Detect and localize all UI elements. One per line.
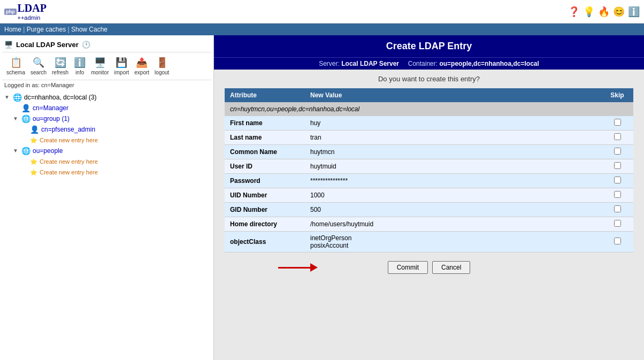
purge-caches-link[interactable]: Purge caches — [27, 26, 66, 33]
tool-import[interactable]: 💾 import — [112, 56, 132, 76]
tool-export-label: export — [134, 70, 149, 75]
skip-cell — [601, 159, 633, 174]
php-badge: php — [4, 9, 17, 15]
skip-cell — [601, 174, 633, 188]
col-attribute: Attribute — [225, 88, 305, 102]
col-skip: Skip — [601, 88, 633, 102]
smile-icon[interactable]: 😊 — [613, 6, 625, 18]
attr-cell: User ID — [225, 159, 305, 174]
skip-checkbox[interactable] — [614, 133, 621, 140]
info-top-icon[interactable]: ℹ️ — [628, 6, 640, 18]
tree-row-create-people2[interactable]: ⭐ Create new entry here — [21, 167, 209, 178]
top-icons: ❓ 💡 🔥 😊 ℹ️ — [568, 6, 640, 18]
show-cache-link[interactable]: Show Cache — [71, 26, 108, 33]
tree-node-people: ▼ 🌐 ou=people ⭐ Create new entry here — [13, 145, 209, 178]
admin-text: ++admin — [18, 14, 47, 21]
skip-cell — [601, 203, 633, 217]
tree-row-group[interactable]: ▼ 🌐 ou=group (1) — [13, 113, 209, 124]
ldap-text: LDAP — [18, 2, 47, 14]
value-cell: *************** — [305, 174, 601, 188]
create-group-label: Create new entry here — [40, 135, 98, 145]
tree-node-manager: 👤 cn=Manager — [13, 103, 209, 113]
skip-checkbox[interactable] — [614, 205, 621, 212]
tree-label-pfsense: cn=pfsense_admin — [41, 124, 95, 135]
question-text: Do you want to create this entry? — [214, 70, 644, 88]
tool-refresh[interactable]: 🔄 refresh — [50, 56, 71, 76]
tree-root: ▼ 🌐 dc=nhanhoa, dc=local (3) 👤 cn=Manage… — [4, 92, 209, 178]
logo: php LDAP ++admin — [4, 2, 47, 21]
tree-link-group[interactable]: ou=group (1) — [33, 115, 70, 122]
container-label-text: Container: — [408, 60, 438, 67]
page-title: Create LDAP Entry — [214, 35, 644, 57]
tool-refresh-label: refresh — [52, 70, 68, 75]
tool-schema[interactable]: 📋 schema — [4, 56, 27, 76]
skip-checkbox[interactable] — [614, 238, 621, 244]
star-icon-people1: ⭐ — [30, 156, 37, 167]
server-name-value: Local LDAP Server — [341, 60, 399, 67]
top-bar: php LDAP ++admin ❓ 💡 🔥 😊 ℹ️ — [0, 0, 644, 24]
skip-checkbox[interactable] — [614, 220, 621, 227]
attr-cell: Common Name — [225, 145, 305, 159]
tree-icon-manager: 👤 — [21, 103, 30, 113]
tree-icon-root: 🌐 — [13, 92, 22, 103]
skip-checkbox[interactable] — [614, 148, 621, 155]
clock-icon: 🕐 — [82, 41, 90, 49]
home-link[interactable]: Home — [4, 26, 21, 33]
tree-link-manager[interactable]: cn=Manager — [33, 104, 68, 112]
attr-cell: First name — [225, 116, 305, 131]
table-row: Common Namehuytmcn — [225, 145, 633, 159]
tool-search[interactable]: 🔍 search — [28, 56, 49, 76]
skip-checkbox[interactable] — [614, 162, 621, 169]
tree-row-pfsense[interactable]: 👤 cn=pfsense_admin — [21, 124, 209, 135]
main-layout: 🖥️ Local LDAP Server 🕐 📋 schema 🔍 search… — [0, 35, 644, 360]
tree-row-people[interactable]: ▼ 🌐 ou=people — [13, 145, 209, 156]
table-row: Password*************** — [225, 174, 633, 188]
tree-link-pfsense[interactable]: cn=pfsense_admin — [41, 126, 95, 133]
tool-export[interactable]: 📤 export — [132, 56, 151, 76]
value-cell: tran — [305, 131, 601, 145]
cancel-button[interactable]: Cancel — [432, 261, 470, 274]
tool-info[interactable]: ℹ️ info — [72, 56, 88, 76]
attr-cell: Password — [225, 174, 305, 188]
value-cell: 500 — [305, 203, 601, 217]
value-cell: huytmuid — [305, 159, 601, 174]
help-icon[interactable]: ❓ — [568, 6, 580, 18]
tree-row-create-people1[interactable]: ⭐ Create new entry here — [21, 156, 209, 167]
server-label-text: Server: — [319, 60, 340, 67]
entry-table-wrapper: Attribute New Value Skip cn=huytmcn,ou=p… — [214, 88, 644, 252]
tree-node-create-people1: ⭐ Create new entry here — [21, 156, 209, 167]
table-row: User IDhuytmuid — [225, 159, 633, 174]
tree-icon-pfsense: 👤 — [30, 124, 39, 135]
tree-row-create-group[interactable]: ⭐ Create new entry here — [21, 135, 209, 145]
bulb-icon[interactable]: 💡 — [583, 6, 595, 18]
commit-button[interactable]: Commit — [388, 261, 428, 274]
import-icon: 💾 — [116, 57, 127, 68]
tree-icon-people: 🌐 — [21, 145, 30, 156]
table-row: GID Number500 — [225, 203, 633, 217]
entry-table: Attribute New Value Skip cn=huytmcn,ou=p… — [225, 88, 633, 252]
tool-monitor[interactable]: 🖥️ monitor — [89, 56, 111, 76]
nav-bar: Home | Purge caches | Show Cache — [0, 24, 644, 35]
tree-node-pfsense: 👤 cn=pfsense_admin — [21, 124, 209, 135]
sidebar-tools: 📋 schema 🔍 search 🔄 refresh ℹ️ info 🖥️ m… — [2, 52, 211, 80]
logged-in-label: Logged in as: cn=Manager — [2, 80, 211, 90]
attr-cell: objectClass — [225, 232, 305, 252]
table-row: Last nametran — [225, 131, 633, 145]
skip-checkbox[interactable] — [614, 177, 621, 183]
skip-checkbox[interactable] — [614, 119, 621, 126]
tree-link-people[interactable]: ou=people — [33, 147, 63, 155]
page-subheader: Server: Local LDAP Server Container: ou=… — [214, 57, 644, 70]
tool-logout[interactable]: 🚪 logout — [152, 56, 171, 76]
tree-label-group: ou=group (1) — [33, 113, 70, 124]
star-icon-people2: ⭐ — [30, 167, 37, 178]
content-area: Create LDAP Entry Server: Local LDAP Ser… — [214, 35, 644, 360]
tree-row-manager[interactable]: 👤 cn=Manager — [13, 103, 209, 113]
table-row: objectClassinetOrgPerson posixAccount — [225, 232, 633, 252]
tool-search-label: search — [30, 70, 47, 75]
tree-row-root[interactable]: ▼ 🌐 dc=nhanhoa, dc=local (3) — [4, 92, 209, 103]
value-cell: inetOrgPerson posixAccount — [305, 232, 601, 252]
arrow-shaft — [278, 267, 310, 269]
fire-icon[interactable]: 🔥 — [598, 6, 610, 18]
skip-checkbox[interactable] — [614, 191, 621, 198]
table-row: UID Number1000 — [225, 188, 633, 203]
